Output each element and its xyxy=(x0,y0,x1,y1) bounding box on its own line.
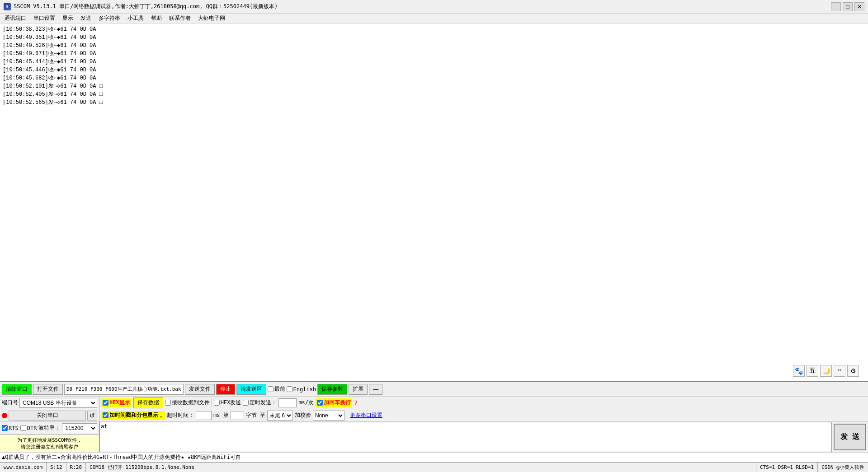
send-text-input[interactable]: at xyxy=(99,422,832,452)
last-checkbox[interactable] xyxy=(268,386,274,392)
maximize-button[interactable]: □ xyxy=(843,2,853,11)
moon-button[interactable]: 🌙 xyxy=(820,365,832,377)
ms-per-label: ms/次 xyxy=(298,399,314,407)
hex-send-label: HEX发送 xyxy=(221,399,241,407)
menu-item-help[interactable]: 帮助 xyxy=(147,14,165,23)
open-file-button[interactable]: 打开文件 xyxy=(33,384,63,395)
byte-num-input[interactable]: 1 xyxy=(231,411,244,420)
time-display-group[interactable]: 加时间戳和分包显示， xyxy=(101,411,165,420)
receive-to-file-checkbox[interactable] xyxy=(165,400,171,406)
close-port-button[interactable]: 关闭串口 xyxy=(9,411,86,421)
menu-item-port[interactable]: 通讯端口 xyxy=(1,14,30,23)
minimize-button[interactable]: — xyxy=(831,2,841,11)
five-button[interactable]: 五 xyxy=(807,365,818,377)
menu-item-display[interactable]: 显示 xyxy=(59,14,77,23)
terminal-line: [10:50:45.414]收←◆61 74 0D 0A xyxy=(3,58,865,66)
ms-label: ms 第 xyxy=(213,411,229,419)
expand-button[interactable]: 扩展 xyxy=(349,384,368,395)
terminal-line: [10:50:40.351]收←◆61 74 0D 0A xyxy=(3,33,865,42)
timed-send-checkbox[interactable] xyxy=(243,400,249,406)
verify-select[interactable]: None Sum CRC8 CRC16 CRC32 xyxy=(313,411,344,421)
question-mark[interactable]: ? xyxy=(354,399,358,407)
port-select[interactable]: COM18 USB 串行设备 xyxy=(19,398,97,408)
menu-item-contact[interactable]: 联系作者 xyxy=(165,14,194,23)
hex-row: HEX显示 保存数据 接收数据到文件 HEX发送 定时发送： xyxy=(99,397,868,409)
promo-text-line1: 为了更好地发展SSCOM软件， xyxy=(17,437,82,444)
status-cts: CTS=1 DSR=1 RLSD=1 xyxy=(756,463,818,472)
send-file-button[interactable]: 发送文件 xyxy=(185,384,215,395)
save-data-button[interactable]: 保存数据 xyxy=(133,397,163,408)
close-button[interactable]: ✕ xyxy=(854,2,864,11)
hex-send-checkbox[interactable] xyxy=(214,400,220,406)
right-controls-panel: HEX显示 保存数据 接收数据到文件 HEX发送 定时发送： xyxy=(99,397,868,452)
clear-window-button[interactable]: 清除窗口 xyxy=(2,384,32,395)
status-port-status: COM18 已打开 115200bps,8,1,None,None xyxy=(86,463,756,472)
refresh-button[interactable]: ↺ xyxy=(87,411,97,421)
dtr-group[interactable]: DTR xyxy=(20,425,37,431)
status-r-bytes: R:28 xyxy=(66,463,86,472)
minus-button[interactable]: — xyxy=(369,384,382,395)
status-software: CSDN @小黄人软件 xyxy=(818,463,868,472)
rts-group[interactable]: RTS xyxy=(2,425,19,431)
english-checkbox[interactable] xyxy=(287,386,292,392)
time-row: 加时间戳和分包显示， 超时时间： 20 ms 第 1 字节 至 末尾 6 末尾 … xyxy=(99,409,868,422)
port-row: 端口号 COM18 USB 串行设备 xyxy=(0,397,99,409)
receive-to-file-group[interactable]: 接收数据到文件 xyxy=(165,399,210,407)
tail-select[interactable]: 末尾 6 末尾 4 末尾 2 xyxy=(267,411,293,421)
promo-text-line2: 请您注册嘉立创P结尾客户 xyxy=(21,444,79,450)
ticker-row: ▲Q群满员了，没有第二★合宙高性价比4G★RT-Thread中国人的开源免费抢★… xyxy=(0,452,868,462)
send-button[interactable]: 发 送 xyxy=(834,424,866,450)
terminal-line: [10:50:38.323]收←◆61 74 0D 0A xyxy=(3,25,865,33)
menu-item-serial-settings[interactable]: 串口设置 xyxy=(30,14,59,23)
terminal-line: [10:50:45.682]收←◆61 74 0D 0A xyxy=(3,74,865,82)
more-settings-btn[interactable]: 更多串口设置 xyxy=(350,411,382,419)
rts-label: RTS xyxy=(9,425,19,431)
status-bar: www.daxia.com S:12 R:28 COM18 已打开 115200… xyxy=(0,462,868,472)
menu-item-multichar[interactable]: 多字符串 xyxy=(95,14,124,23)
app-icon: S xyxy=(4,3,11,10)
close-port-row: 关闭串口 ↺ xyxy=(0,409,99,422)
terminal-line: [10:50:40.671]收←◆61 74 0D 0A xyxy=(3,50,865,58)
time-display-label: 加时间戳和分包显示， xyxy=(109,411,164,419)
english-checkbox-group[interactable]: English xyxy=(287,386,316,393)
ticker-text: ▲Q群满员了，没有第二★合宙高性价比4G★RT-Thread中国人的开源免费抢★… xyxy=(2,453,241,461)
time-display-checkbox[interactable] xyxy=(103,412,108,418)
english-label: English xyxy=(293,386,316,393)
status-s-bytes: S:12 xyxy=(47,463,66,472)
rts-checkbox[interactable] xyxy=(2,425,8,431)
crlf-group[interactable]: 加回车换行 xyxy=(316,398,352,407)
window-controls: — □ ✕ xyxy=(831,2,864,11)
dots-button[interactable]: °° xyxy=(834,365,845,377)
terminal-line: [10:50:45.446]收←◆61 74 0D 0A xyxy=(3,66,865,74)
paw-button[interactable]: 🐾 xyxy=(793,365,805,377)
hex-display-label: HEX显示 xyxy=(109,399,130,407)
terminal-area[interactable]: [10:50:38.323]收←◆61 74 0D 0A [10:50:40.3… xyxy=(0,23,868,381)
byte-label: 字节 至 xyxy=(246,411,265,419)
timed-send-input[interactable]: 100 xyxy=(278,398,297,407)
gear-button[interactable]: ⚙ xyxy=(847,365,859,377)
clear-send-button[interactable]: 清发送区 xyxy=(236,384,266,395)
hex-display-group[interactable]: HEX显示 xyxy=(101,398,132,407)
hex-display-checkbox[interactable] xyxy=(103,400,108,406)
save-params-button[interactable]: 保存参数 xyxy=(317,384,347,395)
terminal-line-sent: [10:50:52.405]发→◇61 74 0D 0A □ xyxy=(3,90,865,98)
timed-send-group[interactable]: 定时发送： xyxy=(243,399,277,407)
baud-label: 波特率： xyxy=(38,424,60,432)
timed-send-label: 定时发送： xyxy=(250,399,277,407)
last-checkbox-group[interactable]: 最前 xyxy=(268,385,285,393)
baud-select[interactable]: 115200 9600 19200 38400 57600 230400 xyxy=(62,423,97,433)
receive-to-file-label: 接收数据到文件 xyxy=(172,399,210,407)
menu-item-website[interactable]: 大虾电子网 xyxy=(194,14,229,23)
timeout-input[interactable]: 20 xyxy=(196,411,212,420)
dtr-checkbox[interactable] xyxy=(20,425,26,431)
menu-item-tools[interactable]: 小工具 xyxy=(124,14,147,23)
send-area: at 发 送 xyxy=(99,422,868,452)
dtr-label: DTR xyxy=(27,425,37,431)
last-label: 最前 xyxy=(274,385,285,393)
menu-bar: 通讯端口 串口设置 显示 发送 多字符串 小工具 帮助 联系作者 大虾电子网 xyxy=(0,14,868,23)
stop-button[interactable]: 停止 xyxy=(216,384,235,395)
hex-send-group[interactable]: HEX发送 xyxy=(214,399,241,407)
promo-row: 为了更好地发展SSCOM软件， 请您注册嘉立创P结尾客户 xyxy=(0,435,99,452)
menu-item-send[interactable]: 发送 xyxy=(77,14,95,23)
crlf-checkbox[interactable] xyxy=(317,400,323,406)
